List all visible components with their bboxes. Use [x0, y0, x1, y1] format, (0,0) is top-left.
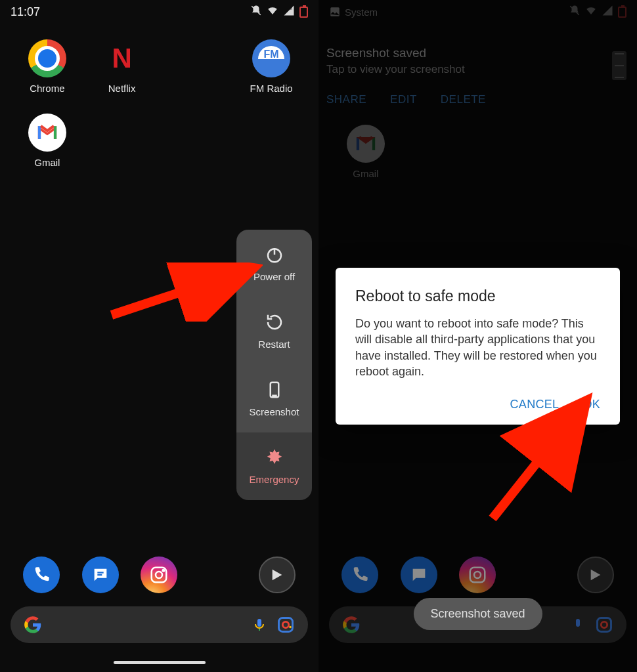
ok-button[interactable]: OK: [582, 398, 600, 411]
svg-line-6: [112, 270, 246, 315]
chrome-icon: [28, 39, 66, 77]
google-icon: [24, 616, 42, 634]
messages-app[interactable]: [401, 556, 437, 593]
app-grid: Chrome N Netflix FM FM Radio Gmail: [0, 39, 318, 168]
app-label: Gmail: [34, 157, 60, 168]
dock: [318, 556, 637, 593]
svg-point-13: [282, 621, 288, 627]
toast: Screenshot saved: [413, 598, 542, 630]
emergency-label: Emergency: [250, 474, 299, 485]
app-label: FM Radio: [250, 83, 293, 94]
app-label: Netflix: [108, 83, 136, 94]
cancel-button[interactable]: CANCEL: [510, 398, 560, 411]
safe-mode-dialog: Reboot to safe mode Do you want to reboo…: [336, 268, 620, 425]
restart-icon: [265, 312, 284, 332]
dnd-off-icon: [250, 5, 262, 20]
battery-low-icon: [299, 7, 308, 18]
google-search-bar[interactable]: [11, 606, 308, 643]
screenshot-button[interactable]: Screenshot: [236, 365, 312, 432]
restart-label: Restart: [258, 339, 290, 350]
svg-point-11: [163, 570, 165, 572]
emergency-button[interactable]: Emergency: [236, 432, 312, 500]
svg-rect-12: [279, 618, 293, 632]
app-netflix[interactable]: N Netflix: [85, 39, 160, 94]
mic-icon[interactable]: [570, 617, 586, 633]
app-gmail[interactable]: Gmail: [10, 114, 85, 168]
power-menu: Power off Restart Screenshot Emergency: [236, 230, 312, 500]
power-off-button[interactable]: Power off: [236, 230, 312, 297]
phone-app[interactable]: [23, 556, 60, 593]
phone-screen-1: 11:07 x Chrome N Netflix FM FM Radio Gma…: [0, 0, 318, 672]
svg-point-10: [156, 572, 162, 578]
mic-icon[interactable]: [252, 617, 267, 633]
signal-icon: x: [283, 5, 295, 20]
app-label: Chrome: [30, 83, 64, 94]
svg-rect-17: [470, 568, 485, 583]
google-icon: [342, 616, 361, 634]
power-off-label: Power off: [253, 271, 295, 282]
screenshot-label: Screenshot: [250, 406, 299, 417]
emergency-icon: [265, 448, 284, 467]
lens-icon[interactable]: [595, 616, 613, 634]
dock: [0, 556, 318, 593]
play-store-app[interactable]: [577, 556, 614, 593]
messages-app[interactable]: [82, 556, 119, 593]
phone-screen-2: System Screenshot saved Tap to view your…: [318, 0, 637, 672]
phone-app[interactable]: [341, 556, 378, 593]
dialog-body: Do you want to reboot into safe mode? Th…: [355, 316, 600, 379]
netflix-icon: N: [103, 39, 141, 77]
fm-radio-icon: FM: [252, 39, 290, 77]
svg-rect-19: [598, 618, 611, 632]
svg-point-18: [474, 572, 481, 578]
instagram-app[interactable]: [141, 556, 177, 593]
play-store-app[interactable]: [259, 556, 296, 593]
status-bar: 11:07 x: [0, 0, 318, 24]
wifi-icon: [267, 5, 278, 20]
svg-point-20: [601, 621, 607, 627]
app-fm-radio[interactable]: FM FM Radio: [234, 39, 309, 94]
lens-icon[interactable]: [276, 616, 295, 634]
power-icon: [265, 245, 284, 264]
dialog-title: Reboot to safe mode: [355, 287, 600, 305]
clock: 11:07: [11, 5, 40, 19]
app-chrome[interactable]: Chrome: [10, 39, 85, 94]
screenshot-icon: [265, 380, 284, 400]
nav-gesture-bar[interactable]: [114, 661, 206, 664]
gmail-icon: [28, 114, 66, 152]
instagram-app[interactable]: [459, 556, 496, 593]
svg-point-14: [289, 626, 292, 629]
restart-button[interactable]: Restart: [236, 297, 312, 365]
